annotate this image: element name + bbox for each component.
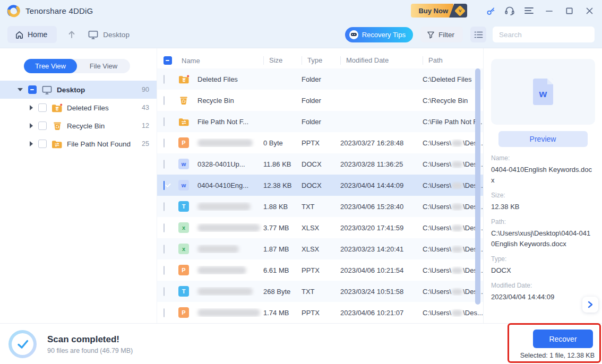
filter-label: Filter bbox=[438, 31, 454, 39]
table-row[interactable]: w 0404-0410Eng... 12.38 KB DOCX 2023/04/… bbox=[157, 175, 483, 196]
row-checkbox[interactable] bbox=[164, 96, 165, 105]
header-type[interactable]: Type bbox=[302, 56, 340, 65]
close-button[interactable] bbox=[584, 5, 595, 16]
row-checkbox[interactable] bbox=[164, 266, 165, 275]
maximize-button[interactable] bbox=[564, 5, 574, 16]
table-row[interactable]: Recycle Bin Folder C:\Recycle Bin bbox=[157, 90, 483, 111]
table-row[interactable]: T 268 Byte TXT 2023/03/24 10:51:58 C:\Us… bbox=[157, 281, 483, 302]
row-checkbox[interactable] bbox=[164, 223, 165, 232]
tree-checkbox[interactable] bbox=[38, 140, 47, 148]
folder-notfound-icon bbox=[51, 140, 63, 149]
search-box[interactable] bbox=[493, 27, 595, 42]
navigate-up-icon[interactable] bbox=[67, 30, 76, 39]
tree-checkbox[interactable] bbox=[28, 85, 37, 94]
redacted-path-segment bbox=[452, 161, 462, 168]
row-checkbox[interactable] bbox=[164, 308, 165, 317]
txt-file-icon: T bbox=[178, 286, 189, 297]
word-doc-icon: w bbox=[533, 79, 553, 105]
table-row[interactable]: File Path Not F... Folder C:\File Path N… bbox=[157, 111, 483, 132]
scan-complete-icon bbox=[8, 330, 37, 358]
file-size-cell: 11.86 KB bbox=[263, 160, 302, 168]
filter-funnel-icon bbox=[427, 31, 435, 39]
header-name[interactable]: Name bbox=[178, 57, 263, 65]
vertical-scrollbar[interactable] bbox=[475, 68, 480, 305]
tree-caret-icon[interactable] bbox=[30, 105, 33, 110]
file-type-icon: T bbox=[178, 286, 194, 297]
sidebar-item-file-path-not-found[interactable]: File Path Not Found 25 bbox=[0, 135, 157, 153]
tree-item-count: 12 bbox=[142, 122, 149, 129]
row-checkbox[interactable] bbox=[164, 202, 165, 211]
file-size-cell: 12.38 KB bbox=[263, 181, 302, 189]
row-checkbox[interactable] bbox=[164, 160, 165, 169]
menu-icon[interactable] bbox=[523, 5, 534, 16]
breadcrumb[interactable]: Desktop bbox=[88, 30, 130, 40]
xlsx-file-icon: x bbox=[178, 244, 189, 254]
table-row[interactable]: x 1.87 MB XLSX 2023/03/23 14:20:41 C:\Us… bbox=[157, 238, 483, 259]
row-checkbox[interactable] bbox=[164, 181, 165, 190]
file-type-cell: XLSX bbox=[302, 224, 340, 232]
preview-button[interactable]: Preview bbox=[498, 131, 588, 147]
table-row[interactable]: P 6.61 MB PPTX 2023/04/06 10:21:54 C:\Us… bbox=[157, 259, 483, 281]
file-modified-cell: 2023/03/23 14:20:41 bbox=[340, 245, 423, 253]
tree-caret-icon[interactable] bbox=[30, 123, 33, 128]
title-bar: Tenorshare 4DDiG Buy Now V bbox=[0, 0, 602, 21]
support-headset-icon[interactable] bbox=[504, 5, 515, 16]
tree-caret-icon[interactable] bbox=[18, 88, 23, 91]
table-row[interactable]: Deleted Files Folder C:\Deleted Files bbox=[157, 68, 483, 90]
table-row[interactable]: T 1.88 KB TXT 2023/04/06 15:28:40 C:\Use… bbox=[157, 196, 483, 217]
header-modified-date[interactable]: Modified Date bbox=[340, 56, 423, 65]
sidebar-item-desktop[interactable]: Desktop 90 bbox=[0, 81, 157, 99]
file-modified-cell: 2023/03/24 10:51:58 bbox=[340, 288, 423, 296]
pptx-file-icon: P bbox=[178, 265, 189, 275]
table-row[interactable]: x 3.77 MB XLSX 2023/03/20 17:41:59 C:\Us… bbox=[157, 217, 483, 238]
docx-file-icon: w bbox=[178, 180, 189, 190]
file-type-icon: w bbox=[178, 180, 194, 190]
recover-button[interactable]: Recover bbox=[533, 330, 593, 348]
file-type-cell: DOCX bbox=[302, 181, 340, 189]
file-type-icon: P bbox=[178, 307, 194, 318]
redacted-file-name bbox=[197, 309, 260, 317]
table-row[interactable]: w 0328-0401Up... 11.86 KB DOCX 2023/03/2… bbox=[157, 153, 483, 175]
docx-file-icon: w bbox=[178, 159, 189, 169]
header-path[interactable]: Path bbox=[423, 56, 483, 65]
license-key-icon[interactable] bbox=[485, 5, 496, 16]
table-row[interactable]: P 1.74 MB PPTX 2023/04/06 10:21:07 C:\Us… bbox=[157, 302, 483, 323]
status-bar: Scan completed! 90 files are found (46.7… bbox=[0, 323, 602, 364]
app-window: Tenorshare 4DDiG Buy Now V bbox=[0, 0, 602, 364]
file-type-cell: Folder bbox=[302, 118, 340, 126]
file-path-cell: C:\Recycle Bin bbox=[423, 97, 483, 105]
home-button[interactable]: Home bbox=[7, 26, 57, 43]
row-checkbox[interactable] bbox=[164, 117, 165, 126]
sidebar-item-recycle-bin[interactable]: Recycle Bin 12 bbox=[0, 117, 157, 135]
file-modified-cell: 2023/03/20 17:41:59 bbox=[340, 224, 423, 232]
tree-item-label: Desktop bbox=[57, 86, 142, 94]
file-path-cell: C:\Users\\Des... bbox=[423, 288, 483, 296]
view-mode-button[interactable] bbox=[470, 27, 486, 42]
tab-file-view[interactable]: File View bbox=[77, 59, 130, 73]
view-tabs: Tree View File View bbox=[24, 59, 130, 73]
file-size-cell: 1.74 MB bbox=[263, 309, 302, 317]
row-checkbox[interactable] bbox=[164, 138, 165, 148]
next-file-button[interactable] bbox=[582, 297, 598, 313]
table-row[interactable]: P 0 Byte PPTX 2023/03/27 16:28:48 C:\Use… bbox=[157, 132, 483, 153]
sidebar: Tree View File View Desktop 90 Deleted F… bbox=[0, 48, 157, 323]
filter-button[interactable]: Filter bbox=[420, 27, 463, 42]
sidebar-item-deleted-files[interactable]: Deleted Files 43 bbox=[0, 99, 157, 117]
recovery-tips-button[interactable]: Recovery Tips bbox=[345, 27, 413, 42]
row-checkbox[interactable] bbox=[164, 245, 165, 254]
detail-label: Name: bbox=[491, 154, 595, 162]
app-title: Tenorshare 4DDiG bbox=[25, 6, 93, 15]
desktop-icon bbox=[88, 30, 99, 40]
header-size[interactable]: Size bbox=[263, 56, 302, 65]
buy-now-button[interactable]: Buy Now V bbox=[411, 4, 467, 18]
tab-tree-view[interactable]: Tree View bbox=[24, 59, 77, 73]
tree-checkbox[interactable] bbox=[38, 122, 47, 130]
minimize-button[interactable] bbox=[544, 5, 554, 16]
select-all-checkbox[interactable] bbox=[164, 56, 172, 65]
row-checkbox[interactable] bbox=[164, 287, 165, 296]
tree-caret-icon[interactable] bbox=[30, 141, 33, 146]
row-checkbox[interactable] bbox=[164, 75, 165, 84]
recovery-tips-label: Recovery Tips bbox=[362, 31, 406, 39]
search-input[interactable] bbox=[499, 31, 593, 39]
tree-checkbox[interactable] bbox=[38, 103, 47, 112]
